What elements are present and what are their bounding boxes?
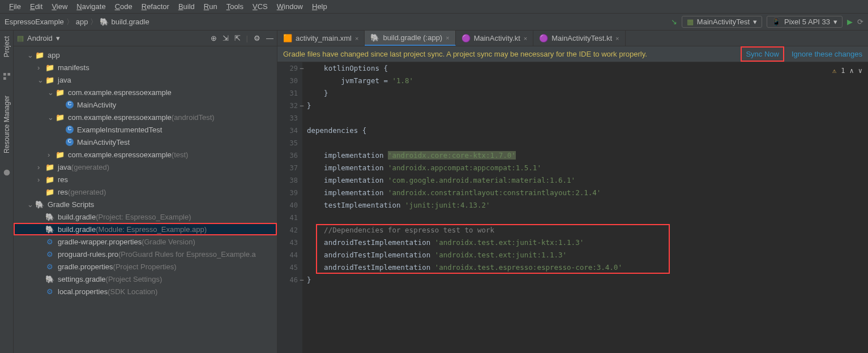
menu-help[interactable]: Help	[307, 1, 332, 12]
select-opened-file-icon[interactable]: ⊕	[211, 34, 217, 42]
tree-row[interactable]: ⚙gradle-wrapper.properties (Gradle Versi…	[14, 235, 277, 248]
menu-view[interactable]: View	[47, 1, 72, 12]
code-line[interactable]: implementation 'androidx.appcompat:appco…	[307, 162, 868, 174]
tree-row[interactable]: 🐘build.gradle (Project: Espresso_Example…	[14, 210, 277, 223]
code-line[interactable]: }−	[307, 100, 868, 112]
tree-row[interactable]: ›📁com.example.espressoexample (test)	[14, 148, 277, 161]
tree-row[interactable]: ⌄📁com.example.espressoexample (androidTe…	[14, 111, 277, 123]
code-line[interactable]: //Dependencies for espresso test to work	[307, 224, 868, 236]
code-line[interactable]: androidTestImplementation 'androidx.test…	[307, 261, 868, 274]
collapse-all-icon[interactable]: ⇱	[234, 34, 241, 42]
tree-row[interactable]: ⌄📁java	[14, 74, 277, 86]
fold-icon[interactable]: −	[298, 62, 306, 75]
hide-panel-icon[interactable]: —	[266, 34, 273, 42]
tree-row[interactable]: 🐘build.gradle (Module: Espresso_Example.…	[14, 223, 277, 235]
file-icon: 🐘	[370, 33, 379, 42]
tree-label: ExampleInstrumentedTest	[77, 126, 162, 134]
code-line[interactable]: }	[307, 87, 868, 100]
breadcrumb-item[interactable]: build.gradle	[111, 18, 149, 26]
build-icon[interactable]: ↘	[671, 18, 677, 26]
code-line[interactable]: androidTestImplementation 'androidx.test…	[307, 236, 868, 249]
code-line[interactable]: kotlinOptions {−	[307, 62, 868, 75]
tree-arrow-icon[interactable]: ›	[37, 175, 44, 184]
code-line[interactable]	[307, 212, 868, 224]
tree-row[interactable]: ⌄📁app	[14, 49, 277, 61]
editor-content[interactable]: ⚠ 1 ∧ ∨ kotlinOptions {− jvmTarget = '1.…	[302, 62, 868, 353]
menu-tools[interactable]: Tools	[222, 1, 248, 12]
menu-code[interactable]: Code	[110, 1, 137, 12]
code-editor[interactable]: 293031323334353637383940414243444546 ⚠ 1…	[277, 62, 868, 353]
code-line[interactable]	[307, 112, 868, 124]
tree-row[interactable]: CMainActivity	[14, 98, 277, 111]
sync-now-link[interactable]: Sync Now	[742, 48, 783, 60]
expand-all-icon[interactable]: ⇲	[223, 34, 229, 42]
menu-vcs[interactable]: VCS	[248, 1, 272, 12]
tree-arrow-icon[interactable]: ⌄	[27, 51, 34, 59]
close-icon[interactable]: ×	[615, 35, 619, 42]
code-line[interactable]: androidTestImplementation 'androidx.test…	[307, 249, 868, 261]
menu-window[interactable]: Window	[272, 1, 307, 12]
gear-icon[interactable]: ⚙	[254, 34, 260, 42]
close-icon[interactable]: ×	[524, 35, 527, 42]
editor-tab[interactable]: 🟣MainActivity.kt×	[456, 31, 534, 46]
tree-row[interactable]: ⚙local.properties (SDK Location)	[14, 285, 277, 298]
tree-arrow-icon[interactable]: ⌄	[48, 113, 54, 122]
tree-arrow-icon[interactable]: ›	[37, 63, 44, 72]
tree-row[interactable]: CExampleInstrumentedTest	[14, 123, 277, 136]
tree-row[interactable]: ›📁res	[14, 173, 277, 186]
fold-icon[interactable]: −	[298, 100, 306, 112]
code-line[interactable]: implementation 'androidx.constraintlayou…	[307, 187, 868, 199]
code-line[interactable]	[307, 137, 868, 149]
project-tool-button[interactable]: Project	[2, 33, 12, 61]
menu-file[interactable]: File	[5, 1, 25, 12]
code-line[interactable]: jvmTarget = '1.8'	[307, 75, 868, 87]
tree-row[interactable]: ⚙gradle.properties (Project Properties)	[14, 260, 277, 273]
close-icon[interactable]: ×	[446, 35, 449, 41]
tree-row[interactable]: ⌄📁com.example.espressoexample	[14, 86, 277, 98]
tree-arrow-icon[interactable]: ›	[37, 163, 44, 171]
device-selector[interactable]: 📱 Pixel 5 API 33 ▾	[767, 16, 843, 28]
editor-tab[interactable]: 🐘build.gradle (:app)×	[365, 31, 455, 46]
tree-row[interactable]: CMainActivityTest	[14, 136, 277, 148]
menu-refactor[interactable]: Refactor	[137, 1, 174, 12]
code-line[interactable]: implementation 'androidx.core:core-ktx:1…	[307, 149, 868, 162]
run-button[interactable]: ▶	[847, 18, 853, 26]
menu-edit[interactable]: Edit	[25, 1, 47, 12]
run-config-selector[interactable]: ▦ MainActivityTest ▾	[682, 16, 762, 28]
breadcrumb-item[interactable]: app	[76, 18, 88, 26]
project-icon	[2, 72, 11, 81]
tree-arrow-icon[interactable]: ⌄	[27, 200, 34, 209]
close-icon[interactable]: ×	[355, 35, 358, 42]
tree-label: build.gradle	[58, 213, 96, 221]
code-line[interactable]: implementation 'com.google.android.mater…	[307, 174, 868, 187]
menu-build[interactable]: Build	[174, 1, 199, 12]
menu-navigate[interactable]: Navigate	[72, 1, 110, 12]
code-line[interactable]: testImplementation 'junit:junit:4.13.2'	[307, 199, 868, 212]
code-line[interactable]: dependencies {	[307, 124, 868, 137]
project-tree[interactable]: ⌄📁app›📁manifests⌄📁java⌄📁com.example.espr…	[14, 46, 277, 300]
editor-tab[interactable]: 🟣MainActivityTest.kt×	[533, 31, 625, 46]
tree-arrow-icon[interactable]: ›	[48, 150, 54, 159]
tree-row[interactable]: ›📁java (generated)	[14, 161, 277, 173]
tree-row[interactable]: ⚙proguard-rules.pro (ProGuard Rules for …	[14, 248, 277, 260]
project-view-mode[interactable]: Android	[27, 34, 53, 42]
breadcrumb-item[interactable]: EspressoExample	[5, 18, 64, 26]
tree-arrow-icon[interactable]: ⌄	[37, 76, 44, 84]
tree-row[interactable]: ›📁manifests	[14, 61, 277, 74]
tree-label: MainActivity	[77, 101, 116, 109]
apply-changes-button[interactable]: ⟳	[857, 18, 863, 26]
menu-run[interactable]: Run	[199, 1, 222, 12]
tree-row[interactable]: ⌄🐘Gradle Scripts	[14, 198, 277, 210]
chevron-down-icon: ▾	[753, 18, 757, 26]
code-line[interactable]: }−	[307, 274, 868, 286]
chevron-down-icon: ▾	[56, 34, 60, 42]
ignore-changes-link[interactable]: Ignore these changes	[792, 50, 862, 58]
tree-label: Gradle Scripts	[48, 200, 94, 209]
resource-manager-tool-button[interactable]: Resource Manager	[2, 92, 12, 157]
tree-arrow-icon[interactable]: ⌄	[48, 88, 54, 97]
tree-row[interactable]: 📁res (generated)	[14, 186, 277, 198]
fold-icon[interactable]: −	[298, 274, 306, 286]
tree-label: java	[58, 163, 71, 171]
editor-tab[interactable]: 🟧activity_main.xml×	[277, 31, 365, 46]
tree-row[interactable]: 🐘settings.gradle (Project Settings)	[14, 273, 277, 285]
